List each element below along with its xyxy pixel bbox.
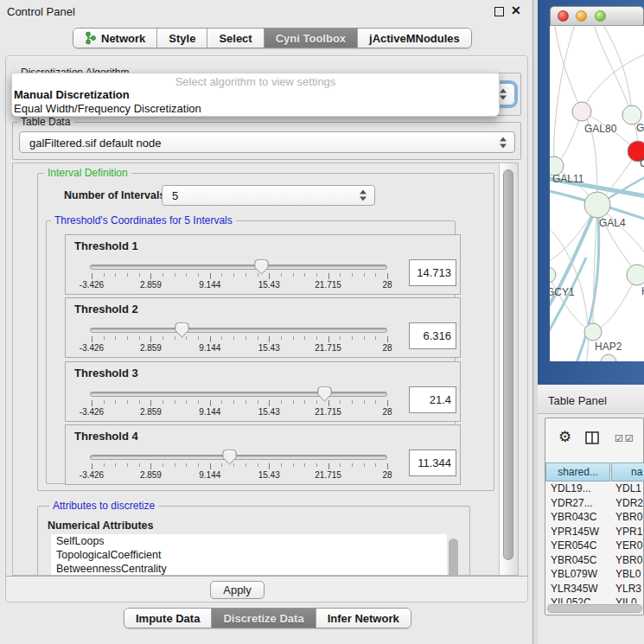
threshold-value-field[interactable]: 6.316: [409, 322, 456, 349]
slider-thumb[interactable]: [317, 386, 332, 402]
table-data-value: galFiltered.sif default node: [29, 136, 161, 149]
settings-scrollbar-thumb[interactable]: [503, 169, 513, 560]
tab-cyni-toolbox[interactable]: Cyni Toolbox: [265, 29, 358, 48]
table-cell[interactable]: YDL1: [615, 482, 641, 494]
slider-tick: [281, 336, 282, 340]
table-cell[interactable]: YPR145W: [551, 526, 599, 538]
attribute-list-item[interactable]: SelfLoops: [51, 534, 447, 548]
slider-track[interactable]: [90, 328, 387, 333]
table-cell[interactable]: YER0: [615, 539, 642, 552]
network-node[interactable]: [601, 354, 616, 361]
slider-thumb[interactable]: [175, 322, 189, 338]
slider-tick: [387, 273, 388, 279]
tab-discretize-data[interactable]: Discretize Data: [212, 609, 316, 628]
slider-track[interactable]: [90, 392, 387, 397]
slider-thumb[interactable]: [254, 259, 269, 275]
table-cell[interactable]: YLR345W: [551, 583, 598, 595]
network-node-label: GA: [636, 122, 644, 134]
network-canvas[interactable]: GAL80GACGAL11GAL4GCY1HHAP2: [550, 26, 644, 361]
table-cell[interactable]: YDL19...: [551, 482, 591, 494]
apply-button[interactable]: Apply: [210, 581, 265, 599]
slider-tick-label: 28: [382, 407, 392, 417]
network-node-label: GAL4: [599, 217, 626, 229]
network-node-label: GAL80: [584, 123, 617, 135]
slider-tick: [304, 463, 305, 467]
window-close-button[interactable]: [558, 10, 569, 22]
network-node-gcy1[interactable]: [550, 267, 556, 283]
column-layout-icon[interactable]: [585, 431, 599, 444]
slider-track[interactable]: [90, 455, 387, 460]
slider-tick: [233, 336, 234, 340]
threshold-value-field[interactable]: 14.713: [409, 259, 456, 286]
network-edge: [550, 275, 593, 332]
network-node-hap2[interactable]: [584, 323, 602, 341]
table-hscrollbar-thumb[interactable]: [547, 604, 642, 613]
slider-tick-label: 21.715: [315, 280, 341, 290]
table-data-combobox[interactable]: galFiltered.sif default node: [19, 131, 515, 153]
slider-tick: [150, 273, 151, 279]
slider-tick: [316, 336, 317, 340]
table-cell[interactable]: YBL0: [615, 568, 641, 580]
network-icon: [85, 31, 97, 45]
slider-tick: [210, 400, 211, 406]
network-node-gal80[interactable]: [572, 102, 591, 121]
network-node-gal4[interactable]: [584, 192, 610, 218]
window-minimize-button[interactable]: [576, 10, 587, 22]
table-cell[interactable]: YPR1: [615, 526, 642, 538]
table-cell[interactable]: YBR0: [615, 554, 642, 566]
threshold-value-field[interactable]: 21.4: [409, 386, 456, 413]
tab-network[interactable]: Network: [73, 29, 157, 48]
slider-tick: [328, 336, 329, 342]
threshold-panel-3: Threshold 3-3.4262.8599.14415.4321.71528…: [65, 361, 461, 422]
tab-infer-network[interactable]: Infer Network: [316, 609, 411, 628]
thresholds-group-title: Threshold's Coordinates for 5 Intervals: [51, 214, 236, 226]
gear-icon[interactable]: ⚙: [558, 430, 571, 444]
tab-style[interactable]: Style: [157, 29, 207, 48]
column-header-shared[interactable]: shared...: [545, 462, 610, 481]
algorithm-option-equal-width[interactable]: Equal Width/Frequency Discretization: [12, 101, 499, 115]
tab-label: Style: [169, 32, 195, 45]
slider-tick: [269, 273, 270, 279]
table-cell[interactable]: YBR0: [615, 511, 642, 523]
table-cell[interactable]: YBL079W: [551, 568, 597, 580]
column-header-name[interactable]: na: [611, 462, 644, 481]
table-cell[interactable]: YBR043C: [551, 511, 596, 523]
table-cell[interactable]: YDR27...: [551, 497, 593, 509]
network-edge: [582, 54, 644, 112]
tab-impute-data[interactable]: Impute Data: [124, 609, 212, 628]
number-of-intervals-combobox[interactable]: 5: [162, 185, 375, 206]
attribute-list-item[interactable]: TopologicalCoefficient: [51, 548, 447, 562]
attributes-list-scrollbar[interactable]: [449, 539, 458, 576]
table-cell[interactable]: YER054C: [551, 539, 596, 552]
attribute-list-item[interactable]: BetweennessCentrality: [51, 562, 447, 576]
slider-tick: [245, 336, 246, 340]
slider-tick-label: 28: [382, 343, 392, 353]
threshold-value-field[interactable]: 11.344: [409, 450, 456, 476]
close-icon[interactable]: ✕: [511, 3, 521, 17]
slider-tick: [328, 273, 329, 279]
slider-tick: [281, 463, 282, 467]
slider-tick: [269, 463, 270, 469]
slider-tick: [352, 336, 353, 340]
algorithm-option-manual[interactable]: Manual Discretization: [12, 87, 499, 101]
table-cell[interactable]: YLR3: [615, 583, 641, 595]
table-panel-header: Table Panel: [538, 385, 644, 414]
float-window-icon[interactable]: [494, 7, 504, 16]
table-cell[interactable]: YDR2: [615, 497, 643, 509]
slider-tick: [163, 400, 163, 404]
checkbox-icons[interactable]: ☑☑: [615, 433, 635, 444]
slider-thumb[interactable]: [222, 450, 237, 465]
table-data-group-title: Table Data: [17, 116, 73, 128]
network-node-h[interactable]: [627, 265, 644, 285]
slider-track[interactable]: [90, 265, 387, 270]
tab-jactivemnodules[interactable]: jActiveMNodules: [358, 29, 471, 48]
window-zoom-button[interactable]: [595, 10, 606, 22]
threshold-panel-1: Threshold 1-3.4262.8599.14415.4321.71528…: [65, 234, 461, 295]
table-cell[interactable]: YBR045C: [551, 554, 596, 566]
algorithm-placeholder-option[interactable]: Select algorithm to view settings: [12, 73, 499, 87]
tab-label: Discretize Data: [223, 612, 303, 625]
slider-tick: [375, 400, 376, 404]
threshold-panel-2: Threshold 2-3.4262.8599.14415.4321.71528…: [65, 297, 461, 358]
slider-tick: [139, 400, 140, 404]
tab-select[interactable]: Select: [207, 29, 264, 48]
